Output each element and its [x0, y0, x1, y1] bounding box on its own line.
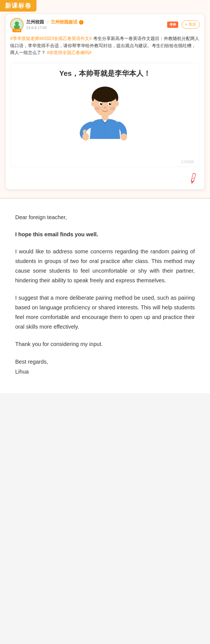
letter-opening: I hope this email finds you well. [15, 230, 195, 239]
follow-label: + 关注 [185, 22, 196, 27]
weibo-content: #李华质疑老师##2023全国乙卷英语作文# 考生分享新高考一卷英语作文题目：外… [6, 33, 204, 60]
timestamp: 23-6-8 17:55 [26, 26, 164, 30]
character-illustration [77, 84, 133, 155]
svg-point-1 [15, 22, 19, 26]
hashtag1: #李华质疑老师##2023全国乙卷英语作文# [10, 36, 92, 41]
top-banner: 新课标卷 [0, 0, 36, 12]
weibo-card-container: 兰州校 兰州校园 ♡ 兰州校园超话 ✓ 23-6-8 17:55 考神 + 关注 [0, 0, 210, 199]
svg-point-12 [101, 103, 102, 104]
svg-point-14 [104, 107, 106, 108]
weibo-header: 兰州校 兰州校园 ♡ 兰州校园超话 ✓ 23-6-8 17:55 考神 + 关注 [6, 14, 204, 33]
svg-rect-17 [102, 116, 108, 120]
weibo-info: 兰州校园 ♡ 兰州校园超话 ✓ 23-6-8 17:55 [26, 19, 164, 30]
svg-point-5 [93, 88, 117, 102]
verified-icon: ✓ [79, 20, 83, 25]
letter-greeting: Dear foreign teacher, [15, 213, 195, 222]
letter-paragraph-2: I suggest that a more deliberate pairing… [15, 293, 195, 332]
svg-point-19 [120, 133, 127, 141]
weibo-card: 兰州校 兰州校园 ♡ 兰州校园超话 ✓ 23-6-8 17:55 考神 + 关注 [6, 14, 204, 190]
hashtag2: #你觉得全国乙卷难吗# [47, 50, 91, 55]
marker-icon: 🖊 [187, 171, 201, 186]
letter-paragraph-3: Thank you for considering my input. [15, 339, 195, 349]
username-row: 兰州校园 ♡ 兰州校园超话 ✓ [26, 19, 164, 25]
closing-name: Lihua [15, 367, 195, 377]
svg-point-18 [82, 133, 89, 141]
image-text: Yes，本帅哥就是李华本人！ [16, 69, 194, 78]
exam-badge: 考神 [167, 22, 178, 28]
banner-text: 新课标卷 [5, 2, 32, 9]
closing-line: Best regards, [15, 357, 195, 367]
avatar-container: 兰州校 [10, 18, 23, 31]
watermark: 兰州校园 [181, 160, 194, 164]
letter-closing: Best regards, Lihua [15, 357, 195, 377]
letter-section: Dear foreign teacher, I hope this email … [0, 199, 210, 393]
letter-paragraph-1: I would like to address some concerns re… [15, 247, 195, 285]
topic: 兰州校园超话 [51, 19, 77, 25]
svg-point-13 [110, 103, 111, 104]
heart-icon: ♡ [46, 20, 49, 25]
svg-point-6 [91, 101, 96, 106]
avatar-label: 兰州校 [12, 29, 21, 32]
svg-point-16 [110, 107, 116, 110]
weibo-image-container: Yes，本帅哥就是李华本人！ [10, 63, 200, 167]
svg-point-7 [114, 101, 119, 106]
follow-button[interactable]: + 关注 [182, 20, 200, 29]
svg-point-15 [95, 107, 100, 110]
username: 兰州校园 [26, 19, 44, 25]
